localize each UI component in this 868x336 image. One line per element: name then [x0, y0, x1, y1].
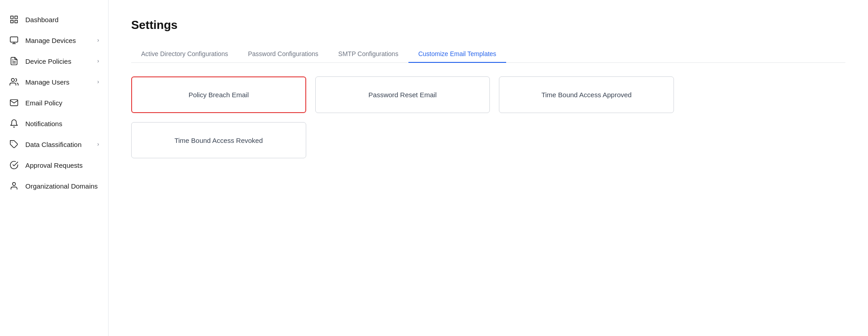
sidebar-item-email-policy[interactable]: Email Policy [0, 92, 108, 113]
sidebar-item-label: Approval Requests [25, 161, 83, 169]
monitor-icon [9, 35, 19, 45]
tag-icon [9, 139, 19, 149]
file-text-icon [9, 56, 19, 66]
card-policy-breach[interactable]: Policy Breach Email [131, 76, 306, 113]
tabs-nav: Active Directory Configurations Password… [131, 46, 845, 63]
user-circle-icon [9, 181, 19, 191]
sidebar-item-organizational-domains[interactable]: Organizational Domains [0, 175, 108, 196]
svg-rect-0 [11, 16, 14, 19]
sidebar-item-approval-requests[interactable]: Approval Requests [0, 155, 108, 175]
sidebar-item-label: Data Classification [25, 141, 81, 148]
card-time-bound-approved[interactable]: Time Bound Access Approved [499, 76, 674, 113]
sidebar-item-device-policies[interactable]: Device Policies › [0, 51, 108, 71]
tab-smtp-config[interactable]: SMTP Configurations [328, 46, 408, 63]
svg-rect-4 [10, 37, 18, 43]
sidebar-item-dashboard[interactable]: Dashboard [0, 9, 108, 30]
users-icon [9, 77, 19, 87]
sidebar-item-label: Manage Users [25, 78, 70, 86]
sidebar-item-manage-devices[interactable]: Manage Devices › [0, 30, 108, 51]
sidebar-item-label: Device Policies [25, 57, 71, 65]
svg-rect-2 [11, 20, 14, 23]
tab-password-config[interactable]: Password Configurations [238, 46, 328, 63]
sidebar: Dashboard Manage Devices › Device Polici… [0, 0, 109, 336]
email-template-cards-row1: Policy Breach Email Password Reset Email… [131, 76, 674, 113]
check-circle-icon [9, 160, 19, 170]
svg-rect-1 [15, 16, 18, 19]
sidebar-item-label: Organizational Domains [25, 182, 98, 190]
chevron-right-icon: › [97, 79, 99, 85]
sidebar-item-label: Dashboard [25, 16, 58, 24]
svg-point-9 [13, 183, 16, 186]
chevron-right-icon: › [97, 37, 99, 43]
page-title: Settings [131, 18, 845, 32]
sidebar-item-notifications[interactable]: Notifications [0, 113, 108, 134]
card-time-bound-revoked[interactable]: Time Bound Access Revoked [131, 122, 306, 158]
tab-email-templates[interactable]: Customize Email Templates [408, 46, 506, 63]
card-password-reset[interactable]: Password Reset Email [315, 76, 490, 113]
sidebar-item-manage-users[interactable]: Manage Users › [0, 71, 108, 92]
svg-point-7 [11, 79, 14, 82]
tab-active-directory[interactable]: Active Directory Configurations [131, 46, 238, 63]
main-content: Settings Active Directory Configurations… [109, 0, 868, 336]
email-template-cards-row2: Time Bound Access Revoked [131, 122, 674, 158]
grid-icon [9, 14, 19, 24]
sidebar-item-data-classification[interactable]: Data Classification › [0, 134, 108, 155]
mail-icon [9, 98, 19, 108]
sidebar-item-label: Notifications [25, 120, 62, 128]
chevron-right-icon: › [97, 58, 99, 64]
chevron-right-icon: › [97, 141, 99, 147]
sidebar-item-label: Email Policy [25, 99, 62, 107]
bell-icon [9, 118, 19, 128]
sidebar-item-label: Manage Devices [25, 37, 76, 44]
svg-rect-3 [15, 20, 18, 23]
